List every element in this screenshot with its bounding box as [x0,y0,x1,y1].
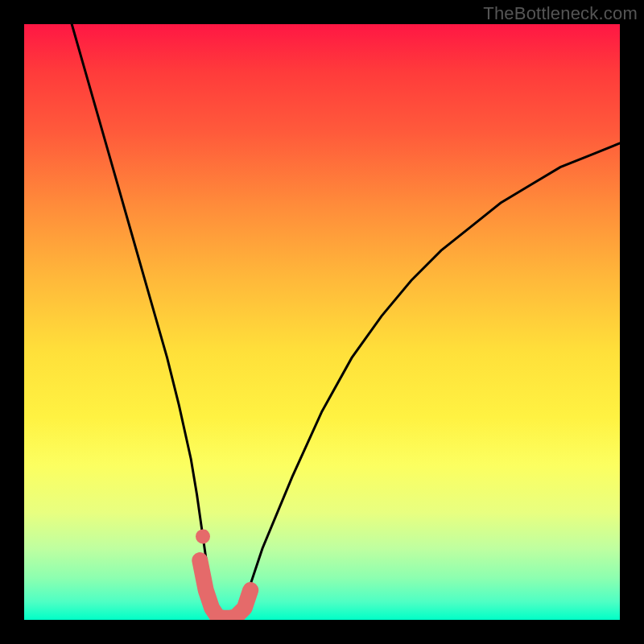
watermark-label: TheBottleneck.com [483,3,638,24]
plot-area [24,24,620,620]
curve-svg [24,24,620,620]
highlight-dot [196,529,210,543]
chart-frame: TheBottleneck.com [0,0,644,644]
highlight-segment [200,560,250,618]
bottleneck-curve [72,24,620,620]
